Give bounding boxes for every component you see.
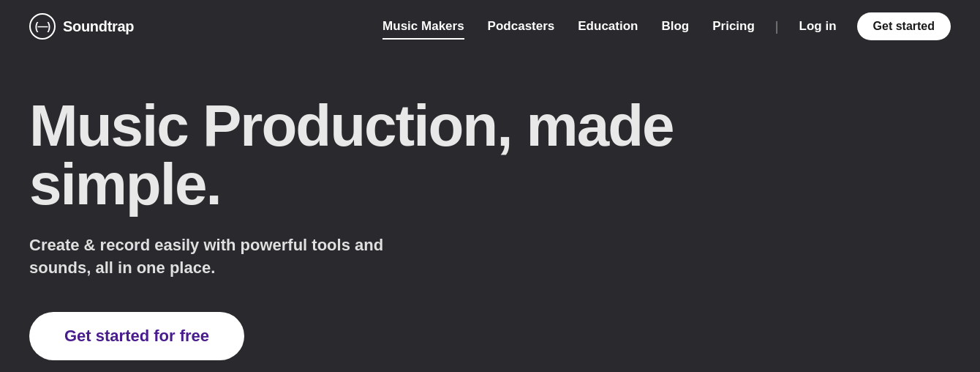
nav-get-started-button[interactable]: Get started xyxy=(857,12,951,40)
logo-icon-text: (—) xyxy=(35,21,50,32)
nav-links: Music Makers Podcasters Education Blog P… xyxy=(374,12,951,40)
logo-icon: (—) xyxy=(29,13,56,40)
navbar: (—) Soundtrap Music Makers Podcasters Ed… xyxy=(0,0,980,53)
nav-link-pricing[interactable]: Pricing xyxy=(704,15,764,38)
hero-subtitle: Create & record easily with powerful too… xyxy=(29,234,424,280)
nav-link-podcasters[interactable]: Podcasters xyxy=(479,15,564,38)
nav-divider: | xyxy=(769,19,785,34)
nav-link-music-makers[interactable]: Music Makers xyxy=(374,15,473,38)
logo-text: Soundtrap xyxy=(63,18,134,35)
hero-cta-button[interactable]: Get started for free xyxy=(29,312,244,360)
nav-login-link[interactable]: Log in xyxy=(791,15,845,38)
logo-area: (—) Soundtrap xyxy=(29,13,134,40)
hero-section: Music Production, made simple. Create & … xyxy=(0,53,980,360)
nav-link-education[interactable]: Education xyxy=(569,15,647,38)
nav-link-blog[interactable]: Blog xyxy=(652,15,698,38)
hero-title: Music Production, made simple. xyxy=(29,97,687,214)
